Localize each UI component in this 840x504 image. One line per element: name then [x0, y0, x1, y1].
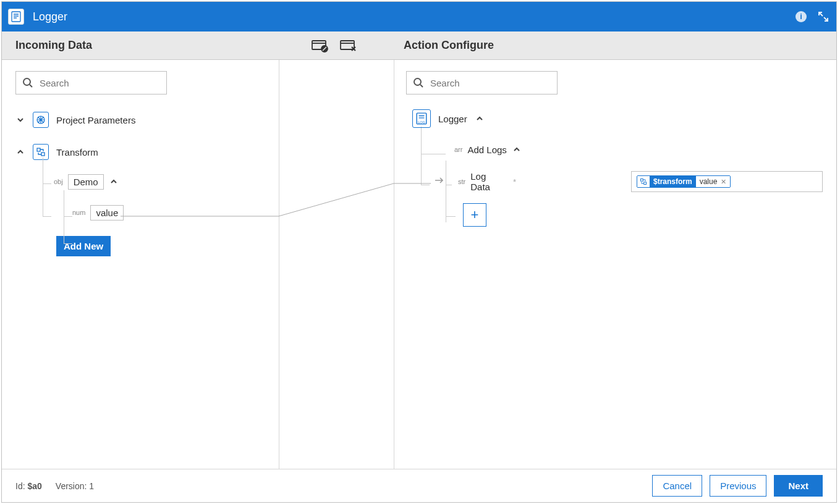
incoming-data-title: Incoming Data	[15, 39, 92, 52]
log-data-field[interactable]: $transform value ✕	[631, 171, 823, 192]
transform-label: Transform	[56, 147, 98, 158]
type-label: str	[458, 178, 465, 185]
pill-value: value	[700, 177, 718, 186]
svg-rect-13	[641, 179, 643, 182]
pill-remove-icon[interactable]: ✕	[721, 178, 726, 186]
value-chip[interactable]: value	[90, 205, 124, 220]
expand-icon[interactable]	[817, 10, 830, 23]
demo-chip[interactable]: Demo	[68, 174, 104, 190]
tree-connector	[43, 183, 51, 184]
required-asterisk: *	[513, 177, 516, 187]
logger-label: Logger	[438, 114, 467, 124]
search-icon	[413, 77, 424, 88]
toggle-hidden-icon[interactable]	[311, 38, 329, 53]
tree-connector	[64, 216, 72, 217]
chevron-up-icon[interactable]	[15, 147, 25, 157]
subheader: Incoming Data Action C	[2, 32, 836, 60]
incoming-data-panel: Project Parameters Transform obj Demo	[2, 60, 279, 469]
type-label: obj	[54, 178, 63, 185]
action-configure-title: Action Configure	[404, 39, 494, 52]
id-meta: Id: $a0	[15, 481, 42, 491]
add-new-button[interactable]: Add New	[56, 236, 111, 256]
svg-rect-8	[37, 148, 40, 151]
tree-connector	[64, 190, 64, 243]
incoming-search[interactable]	[15, 71, 167, 94]
cancel-button[interactable]: Cancel	[652, 475, 702, 497]
type-label: arr	[454, 146, 462, 153]
svg-rect-0	[12, 12, 20, 22]
dialog-title: Logger	[33, 10, 67, 23]
svg-rect-9	[41, 153, 45, 156]
action-configure-panel: LOG Logger arr Add Logs str	[402, 60, 836, 469]
tree-connector	[64, 243, 72, 244]
svg-rect-14	[644, 182, 647, 185]
vertical-divider	[394, 60, 394, 469]
chevron-up-icon[interactable]	[109, 177, 119, 187]
add-log-button[interactable]: +	[463, 203, 486, 227]
incoming-search-input[interactable]	[40, 78, 160, 88]
previous-button[interactable]: Previous	[710, 475, 766, 497]
svg-text:LOG: LOG	[418, 120, 425, 124]
log-data-label: Log Data	[470, 171, 508, 192]
version-meta: Version: 1	[56, 481, 94, 491]
next-button[interactable]: Next	[774, 475, 823, 497]
transform-icon	[33, 144, 49, 160]
chevron-up-icon[interactable]	[512, 145, 522, 154]
dialog-footer: Id: $a0 Version: 1 Cancel Previous Next	[2, 469, 836, 502]
incoming-arrow-icon	[435, 176, 446, 187]
logger-node-icon: LOG	[412, 109, 431, 128]
mapping-pill[interactable]: $transform value ✕	[637, 175, 731, 188]
logger-icon	[8, 9, 24, 25]
chevron-down-icon[interactable]	[15, 115, 25, 125]
action-search-input[interactable]	[430, 78, 551, 88]
transform-pill-icon	[637, 176, 650, 187]
pill-source: $transform	[650, 176, 696, 187]
svg-point-10	[414, 78, 421, 85]
svg-point-6	[23, 78, 30, 85]
clear-mapping-icon[interactable]	[339, 38, 358, 53]
add-logs-label: Add Logs	[467, 145, 506, 155]
vertical-divider	[279, 60, 279, 469]
tree-connector	[43, 216, 51, 217]
configure-dialog: Logger i Incoming Data	[1, 1, 837, 503]
chevron-up-icon[interactable]	[475, 114, 485, 124]
tree-connector	[43, 158, 43, 216]
search-icon	[22, 77, 33, 88]
project-params-label: Project Parameters	[56, 115, 135, 125]
type-label: num	[72, 209, 85, 216]
info-icon[interactable]: i	[794, 10, 808, 23]
project-params-icon	[33, 112, 49, 128]
dialog-body: Project Parameters Transform obj Demo	[2, 60, 836, 469]
svg-text:i: i	[800, 12, 802, 21]
dialog-header: Logger i	[2, 2, 836, 32]
action-search[interactable]	[406, 71, 558, 94]
